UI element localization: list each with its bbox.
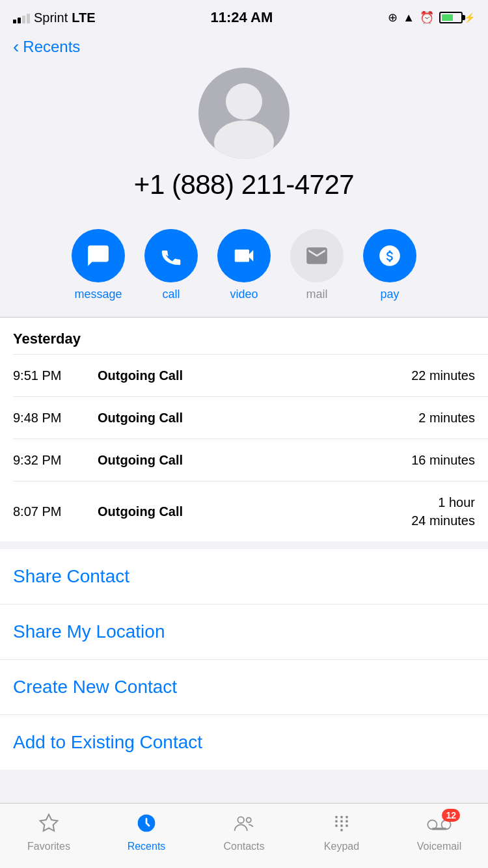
svg-point-6	[340, 816, 343, 819]
contacts-icon	[232, 813, 256, 838]
action-item-mail: mail	[290, 229, 344, 301]
battery-indicator: ⚡	[439, 12, 475, 23]
location-icon: ▲	[403, 11, 414, 25]
history-date-header: Yesterday	[13, 318, 488, 354]
svg-point-5	[335, 816, 338, 819]
back-chevron-icon: ‹	[13, 38, 19, 56]
pay-label: pay	[380, 288, 399, 301]
call-type: Outgoing Call	[98, 411, 418, 426]
lock-rotation-icon: ⊕	[388, 10, 398, 25]
call-type: Outgoing Call	[98, 453, 411, 468]
pay-button[interactable]	[363, 229, 416, 282]
tab-keypad[interactable]: Keypad	[293, 813, 390, 852]
contact-header: +1 (888) 211-4727	[0, 61, 488, 216]
message-icon	[86, 243, 111, 268]
call-time: 9:32 PM	[13, 453, 98, 468]
keypad-tab-label: Keypad	[324, 841, 359, 852]
phone-number: +1 (888) 211-4727	[134, 169, 354, 200]
mail-icon	[305, 243, 329, 268]
charging-icon: ⚡	[464, 12, 475, 23]
svg-point-0	[226, 83, 262, 120]
svg-point-1	[214, 120, 274, 159]
favorites-icon	[38, 813, 59, 838]
svg-rect-17	[432, 828, 446, 830]
share-location-button[interactable]: Share My Location	[0, 604, 488, 660]
mail-label: mail	[306, 288, 327, 301]
voicemail-tab-label: Voicemail	[417, 841, 461, 852]
time-label: 11:24 AM	[210, 9, 273, 26]
action-item-video: video	[217, 229, 271, 301]
alarm-icon: ⏰	[420, 10, 434, 25]
status-right: ⊕ ▲ ⏰ ⚡	[388, 10, 475, 25]
avatar	[198, 68, 290, 159]
svg-point-4	[247, 818, 251, 822]
svg-point-13	[346, 824, 348, 827]
table-row: 9:48 PM Outgoing Call 2 minutes	[13, 396, 488, 439]
svg-point-3	[237, 817, 244, 823]
svg-point-11	[335, 824, 338, 827]
video-label: video	[230, 288, 258, 301]
action-buttons-row: message call video	[0, 216, 488, 317]
status-left: Sprint LTE	[13, 10, 96, 25]
call-icon	[159, 243, 183, 268]
call-duration: 22 minutes	[411, 366, 475, 385]
pay-icon	[377, 243, 402, 268]
svg-point-12	[340, 824, 343, 827]
call-time: 9:48 PM	[13, 411, 98, 426]
video-icon	[232, 243, 256, 268]
message-label: message	[74, 288, 122, 301]
add-existing-contact-button[interactable]: Add to Existing Contact	[0, 715, 488, 770]
tab-recents[interactable]: Recents	[98, 813, 195, 852]
call-duration: 16 minutes	[411, 451, 475, 469]
video-button[interactable]	[217, 229, 271, 282]
action-item-pay: pay	[363, 229, 416, 301]
avatar-silhouette-icon	[198, 68, 290, 159]
action-item-message: message	[72, 229, 125, 301]
call-time: 8:07 PM	[13, 504, 98, 519]
voicemail-icon: 12	[426, 813, 452, 838]
signal-strength-icon	[13, 12, 30, 23]
back-label: Recents	[23, 38, 80, 56]
keypad-icon	[331, 813, 352, 838]
tab-bar: Favorites Recents Contacts	[0, 803, 488, 868]
call-label: call	[162, 288, 180, 301]
table-row: 9:51 PM Outgoing Call 22 minutes	[13, 354, 488, 396]
voicemail-badge: 12	[442, 809, 460, 822]
call-button[interactable]	[144, 229, 198, 282]
call-time: 9:51 PM	[13, 368, 98, 383]
table-row: 8:07 PM Outgoing Call 1 hour 24 minutes	[13, 481, 488, 541]
tab-voicemail[interactable]: 12 Voicemail	[390, 813, 488, 852]
carrier-label: Sprint	[34, 10, 68, 25]
svg-point-10	[346, 820, 348, 822]
tab-favorites[interactable]: Favorites	[0, 813, 98, 852]
call-type: Outgoing Call	[98, 504, 411, 519]
call-history-section: Yesterday 9:51 PM Outgoing Call 22 minut…	[0, 318, 488, 541]
svg-point-9	[340, 820, 343, 822]
favorites-tab-label: Favorites	[27, 841, 70, 852]
back-button[interactable]: ‹ Recents	[13, 38, 80, 56]
call-duration: 2 minutes	[418, 409, 475, 427]
nav-bar: ‹ Recents	[0, 33, 488, 61]
mail-button[interactable]	[290, 229, 344, 282]
table-row: 9:32 PM Outgoing Call 16 minutes	[13, 439, 488, 481]
message-button[interactable]	[72, 229, 125, 282]
share-contact-button[interactable]: Share Contact	[0, 549, 488, 604]
tab-contacts[interactable]: Contacts	[195, 813, 293, 852]
section-divider	[0, 541, 488, 549]
recents-tab-label: Recents	[128, 841, 166, 852]
contacts-tab-label: Contacts	[223, 841, 264, 852]
svg-point-14	[340, 829, 343, 832]
status-bar: Sprint LTE 11:24 AM ⊕ ▲ ⏰ ⚡	[0, 0, 488, 33]
action-list: Share Contact Share My Location Create N…	[0, 549, 488, 770]
svg-point-8	[335, 820, 338, 822]
svg-point-7	[346, 816, 348, 819]
action-item-call: call	[144, 229, 198, 301]
create-contact-button[interactable]: Create New Contact	[0, 660, 488, 715]
recents-icon	[136, 813, 157, 838]
call-duration: 1 hour 24 minutes	[411, 493, 475, 530]
network-type-label: LTE	[72, 10, 95, 25]
call-type: Outgoing Call	[98, 368, 411, 383]
